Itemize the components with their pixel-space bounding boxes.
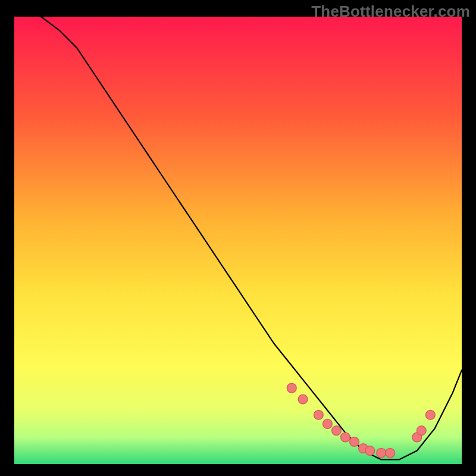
plot-area [14, 17, 462, 464]
highlight-point [323, 419, 333, 428]
highlight-point [332, 426, 342, 436]
highlight-point [298, 394, 308, 404]
highlight-point [416, 426, 426, 436]
highlight-point [377, 448, 386, 458]
highlight-point [365, 446, 375, 456]
highlight-point [287, 383, 296, 393]
plot-svg [14, 17, 462, 464]
highlight-point [425, 410, 435, 419]
gradient-background [14, 17, 462, 464]
chart-frame: TheBottlenecker.com [0, 0, 476, 476]
highlight-point [314, 410, 323, 419]
highlight-point [341, 433, 350, 442]
highlight-point [386, 448, 395, 458]
highlight-point [350, 437, 359, 447]
